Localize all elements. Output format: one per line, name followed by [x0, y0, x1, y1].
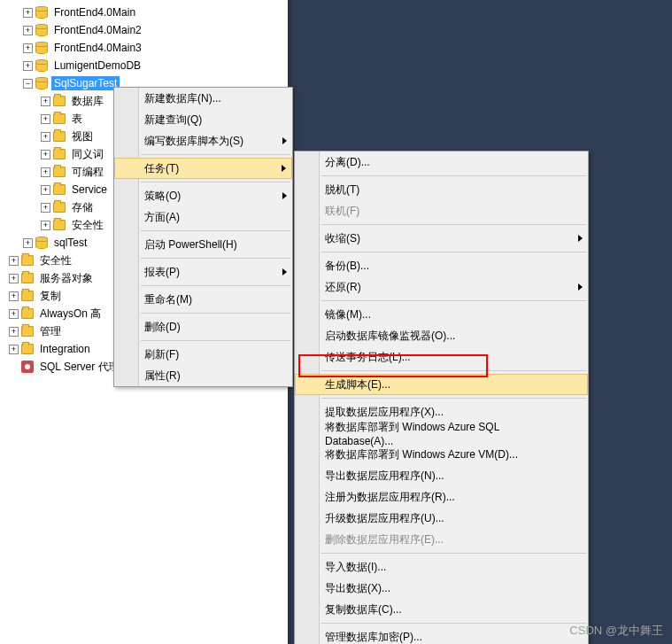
tree-node-label[interactable]: FrontEnd4.0Main2	[51, 23, 144, 37]
tree-node-label[interactable]: 可编程	[69, 164, 106, 181]
expand-toggle[interactable]: +	[41, 185, 50, 195]
tree-node[interactable]: +FrontEnd4.0Main	[2, 4, 288, 21]
menu-item-label: 传送事务日志(L)...	[325, 350, 411, 365]
menu-item[interactable]: 将数据库部署到 Windows Azure VM(D)...	[295, 444, 588, 465]
tree-node-label[interactable]: sqlTest	[51, 236, 89, 250]
tree-node-label[interactable]: 存储	[69, 199, 96, 216]
menu-item[interactable]: 复制数据库(C)...	[295, 599, 588, 620]
menu-item[interactable]: 导出数据(X)...	[295, 578, 588, 599]
menu-item[interactable]: 分离(D)...	[295, 151, 588, 173]
expand-toggle[interactable]: +	[9, 291, 19, 301]
tree-node-label[interactable]: Service	[69, 182, 110, 197]
menu-item[interactable]: 报表(P)	[114, 261, 292, 283]
menu-item[interactable]: 任务(T)	[114, 158, 292, 179]
tree-node-label[interactable]: AlwaysOn 高	[37, 306, 104, 322]
tree-node-label[interactable]: FrontEnd4.0Main3	[51, 41, 144, 55]
expand-toggle[interactable]: +	[41, 150, 50, 159]
menu-item[interactable]: 升级数据层应用程序(U)...	[295, 508, 588, 529]
menu-separator	[141, 182, 290, 182]
menu-item[interactable]: 注册为数据层应用程序(R)...	[295, 486, 588, 508]
expand-toggle[interactable]: +	[41, 221, 50, 230]
folder-icon	[53, 131, 66, 142]
tree-node-label[interactable]: SQL Server 代理	[37, 359, 122, 376]
db-icon	[35, 6, 48, 19]
menu-item-label: 策略(O)	[144, 189, 181, 204]
menu-item-label: 删除数据层应用程序(E)...	[325, 532, 444, 547]
menu-item[interactable]: 备份(B)...	[295, 255, 588, 276]
menu-item[interactable]: 镜像(M)...	[295, 304, 588, 325]
menu-separator	[141, 258, 290, 259]
expand-toggle[interactable]: +	[23, 238, 33, 248]
expand-toggle[interactable]: +	[9, 309, 19, 319]
menu-item-label: 导入数据(I)...	[325, 560, 386, 575]
folder-icon	[21, 273, 34, 283]
menu-item-label: 还原(R)	[325, 280, 361, 295]
menu-item[interactable]: 将数据库部署到 Windows Azure SQL Database(A)...	[295, 423, 588, 444]
agent-icon	[21, 361, 34, 373]
tree-node-label[interactable]: 安全性	[37, 252, 74, 269]
expand-toggle[interactable]: +	[23, 26, 33, 35]
submenu-arrow-icon	[282, 137, 287, 144]
menu-item[interactable]: 新建数据库(N)...	[114, 88, 292, 109]
menu-item[interactable]: 删除(D)	[114, 316, 292, 338]
tree-node[interactable]: +FrontEnd4.0Main2	[2, 21, 288, 39]
expand-toggle[interactable]: +	[41, 203, 50, 213]
menu-item[interactable]: 重命名(M)	[114, 289, 292, 310]
menu-item[interactable]: 脱机(T)	[295, 179, 588, 200]
menu-item[interactable]: 启动 PowerShell(H)	[114, 234, 292, 255]
tree-node-label[interactable]: 安全性	[69, 217, 106, 234]
expand-toggle[interactable]: +	[9, 256, 19, 266]
tree-node-label[interactable]: FrontEnd4.0Main	[51, 5, 138, 19]
tree-node-label[interactable]: 数据库	[69, 93, 106, 110]
expand-toggle[interactable]: +	[23, 61, 33, 71]
menu-item[interactable]: 策略(O)	[114, 185, 292, 206]
menu-item-label: 将数据库部署到 Windows Azure VM(D)...	[325, 447, 518, 462]
menu-item[interactable]: 管理数据库加密(P)...	[295, 626, 588, 644]
expand-toggle[interactable]: +	[41, 132, 50, 142]
menu-item[interactable]: 属性(R)	[114, 365, 292, 386]
menu-item[interactable]: 刷新(F)	[114, 344, 292, 365]
menu-item[interactable]: 编写数据库脚本为(S)	[114, 130, 292, 151]
expand-toggle[interactable]: +	[9, 274, 19, 283]
db-icon	[35, 77, 48, 89]
menu-item[interactable]: 导出数据层应用程序(N)...	[295, 465, 588, 486]
menu-item[interactable]: 导入数据(I)...	[295, 556, 588, 578]
menu-separator	[141, 285, 290, 286]
menu-item-label: 复制数据库(C)...	[325, 602, 402, 617]
expand-toggle[interactable]: −	[23, 79, 33, 89]
menu-separator	[321, 623, 586, 624]
context-menu-primary[interactable]: 新建数据库(N)...新建查询(Q)编写数据库脚本为(S)任务(T)策略(O)方…	[113, 87, 293, 387]
tree-node-label[interactable]: 服务器对象	[37, 270, 96, 287]
menu-item-label: 导出数据层应用程序(N)...	[325, 469, 444, 484]
context-menu-tasks[interactable]: 分离(D)...脱机(T)联机(F)收缩(S)备份(B)...还原(R)镜像(M…	[294, 151, 589, 644]
menu-separator	[141, 154, 290, 155]
expand-toggle[interactable]: +	[41, 97, 50, 106]
tree-node-label[interactable]: 表	[69, 111, 85, 128]
submenu-arrow-icon	[282, 192, 287, 199]
tree-node-label[interactable]: 管理	[37, 323, 64, 340]
menu-item[interactable]: 传送事务日志(L)...	[295, 346, 588, 368]
expand-toggle[interactable]: +	[23, 43, 33, 53]
menu-item[interactable]: 还原(R)	[295, 276, 588, 298]
tree-node-label[interactable]: 视图	[69, 128, 96, 145]
expand-toggle[interactable]: +	[9, 327, 19, 337]
menu-item[interactable]: 新建查询(Q)	[114, 109, 292, 130]
tree-node[interactable]: +LumigentDemoDB	[2, 57, 288, 74]
menu-item[interactable]: 收缩(S)	[295, 228, 588, 249]
expand-toggle[interactable]: +	[41, 114, 50, 124]
expand-toggle[interactable]: +	[9, 345, 19, 354]
tree-node-label[interactable]: LumigentDemoDB	[51, 58, 143, 73]
menu-item[interactable]: 方面(A)	[114, 206, 292, 228]
menu-item-label: 生成脚本(E)...	[325, 377, 390, 392]
expand-toggle[interactable]: +	[41, 167, 50, 177]
tree-node-label[interactable]: SqlSugarTest	[51, 76, 120, 90]
tree-node-label[interactable]: 同义词	[69, 146, 106, 163]
tree-node[interactable]: +FrontEnd4.0Main3	[2, 39, 288, 57]
menu-item[interactable]: 生成脚本(E)...	[295, 374, 588, 395]
tree-node-label[interactable]: Integration	[37, 342, 93, 356]
menu-item-label: 注册为数据层应用程序(R)...	[325, 490, 455, 505]
expand-toggle[interactable]: +	[23, 8, 33, 18]
tree-node-label[interactable]: 复制	[37, 288, 64, 305]
menu-item-label: 重命名(M)	[144, 292, 192, 307]
menu-item[interactable]: 启动数据库镜像监视器(O)...	[295, 325, 588, 346]
